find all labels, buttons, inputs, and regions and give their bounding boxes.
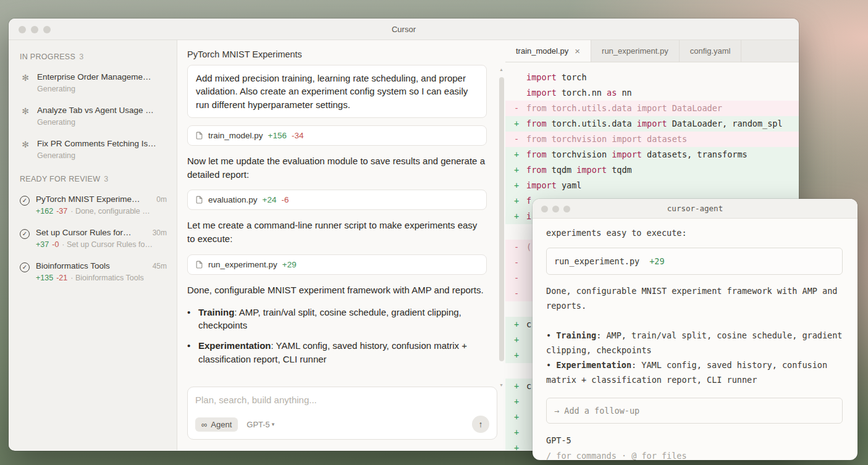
code-segment: DataLoader, random_spl bbox=[667, 119, 783, 128]
code-segment: ( bbox=[526, 242, 531, 252]
diff-marker: - bbox=[510, 255, 523, 270]
sidebar-task-item[interactable]: ✓Bioinformatics Tools45m+135-21Bioinform… bbox=[9, 255, 177, 288]
overlay-done-text: Done, configurable MNIST experiment fram… bbox=[546, 283, 843, 313]
diff-marker: + bbox=[510, 440, 523, 450]
code-text: from tqdm import tqdm bbox=[523, 162, 632, 178]
overlay-title: cursor-agent bbox=[667, 204, 723, 213]
code-line: +from torch.utils.data import DataLoader… bbox=[505, 116, 799, 132]
code-segment: from torch.utils.data import DataLoader bbox=[526, 103, 722, 113]
file-chip[interactable]: train_model.py+156-34 bbox=[187, 125, 487, 146]
bullet-text: : AMP, train/val split, cosine schedule,… bbox=[198, 307, 461, 330]
infinity-icon: ∞ bbox=[201, 420, 207, 429]
code-segment: as bbox=[607, 88, 617, 98]
sidebar-item-title-row: Enterprise Order Manageme… bbox=[37, 72, 167, 82]
code-segment: datasets, transforms bbox=[642, 149, 748, 159]
code-text bbox=[523, 425, 526, 440]
minimize-button[interactable] bbox=[31, 26, 38, 33]
bullet-dot: • bbox=[187, 339, 193, 366]
tab-label: run_experiment.py bbox=[602, 46, 668, 56]
zoom-button[interactable] bbox=[43, 26, 51, 33]
diff-marker: + bbox=[510, 348, 523, 363]
sidebar-sections: IN PROGRESS3✻Enterprise Order Manageme…G… bbox=[9, 44, 177, 288]
scroll-up-icon[interactable]: ▲ bbox=[499, 67, 504, 72]
chat-scrollbar-thumb[interactable] bbox=[499, 77, 504, 361]
sidebar-task-item[interactable]: ✻Analyze Tab vs Agent Usage …Generating bbox=[9, 99, 177, 133]
scroll-down-icon[interactable]: ▼ bbox=[499, 383, 504, 387]
code-segment: c bbox=[526, 319, 531, 329]
model-selector[interactable]: GPT-5 ▾ bbox=[246, 420, 274, 429]
send-button[interactable]: ↑ bbox=[472, 416, 489, 433]
chat-input-box[interactable]: ∞ Agent GPT-5 ▾ ↑ bbox=[187, 387, 497, 440]
editor-tabs: train_model.py×run_experiment.pyconfig.y… bbox=[505, 40, 799, 62]
diff-marker: + bbox=[510, 379, 523, 394]
close-button[interactable] bbox=[541, 206, 548, 212]
sidebar-item-body: Bioinformatics Tools45m+135-21Bioinforma… bbox=[36, 261, 167, 282]
sidebar-item-desc: Done, configurable … bbox=[70, 207, 150, 216]
section-count: 3 bbox=[104, 175, 108, 183]
code-segment: import bbox=[526, 72, 557, 82]
agent-mode-selector[interactable]: ∞ Agent bbox=[195, 417, 238, 432]
code-segment: from torchvision import datasets bbox=[526, 134, 687, 144]
sidebar-item-status: Generating bbox=[37, 151, 167, 160]
overlay-titlebar: cursor-agent bbox=[533, 199, 857, 219]
overlay-content: experiments easy to execute: run_experim… bbox=[533, 219, 857, 460]
code-line: -from torch.utils.data import DataLoader bbox=[505, 101, 799, 116]
code-segment: tqdm bbox=[547, 165, 577, 175]
code-segment: yaml bbox=[557, 180, 582, 190]
sidebar-item-title: PyTorch MNIST Experime… bbox=[36, 195, 151, 204]
assistant-text: Now let me update the evaluation module … bbox=[187, 154, 487, 182]
code-text: ( bbox=[523, 240, 531, 255]
tab-train_model-py[interactable]: train_model.py× bbox=[505, 40, 591, 62]
tab-run_experiment-py[interactable]: run_experiment.py bbox=[591, 40, 680, 62]
close-icon[interactable]: × bbox=[575, 46, 580, 56]
code-segment: import bbox=[612, 149, 642, 159]
overlay-model-label[interactable]: GPT-5 bbox=[546, 433, 843, 448]
sidebar-item-body: PyTorch MNIST Experime…0m+162-37Done, co… bbox=[36, 195, 167, 216]
sidebar-item-time: 30m bbox=[153, 228, 167, 237]
code-text bbox=[523, 394, 526, 409]
model-label: GPT-5 bbox=[246, 420, 270, 429]
sidebar-task-item[interactable]: ✻Enterprise Order Manageme…Generating bbox=[9, 66, 177, 99]
diff-marker bbox=[510, 70, 523, 85]
diff-marker: - bbox=[510, 101, 523, 116]
code-line: +from tqdm import tqdm bbox=[505, 162, 799, 178]
chat-title: PyTorch MNIST Experiments bbox=[177, 40, 505, 65]
code-text: f bbox=[523, 193, 531, 209]
sidebar-item-body: Set up Cursor Rules for…30m+37-0Set up C… bbox=[36, 228, 167, 249]
added-count: +135 bbox=[36, 274, 53, 282]
code-text: from torch.utils.data import DataLoader,… bbox=[523, 116, 783, 132]
bullet-dot: • bbox=[546, 330, 551, 340]
code-segment: nn bbox=[617, 88, 631, 98]
removed-count: -0 bbox=[52, 240, 59, 249]
removed-count: -34 bbox=[292, 131, 304, 140]
sidebar-task-item[interactable]: ✓PyTorch MNIST Experime…0m+162-37Done, c… bbox=[9, 188, 177, 222]
sidebar-task-item[interactable]: ✓Set up Cursor Rules for…30m+37-0Set up … bbox=[9, 222, 177, 255]
code-segment: f bbox=[526, 196, 531, 206]
file-chip[interactable]: run_experiment.py +29 bbox=[546, 248, 843, 275]
file-chip[interactable]: evaluation.py+24-6 bbox=[187, 190, 487, 210]
spinner-icon: ✻ bbox=[20, 139, 31, 151]
minimize-button[interactable] bbox=[552, 206, 559, 212]
sidebar: IN PROGRESS3✻Enterprise Order Manageme…G… bbox=[9, 40, 177, 450]
code-segment: tqdm bbox=[607, 165, 632, 175]
section-count: 3 bbox=[79, 52, 83, 61]
tab-config-yaml[interactable]: config.yaml bbox=[680, 40, 742, 62]
followup-input[interactable]: → Add a follow-up bbox=[546, 398, 843, 424]
sidebar-item-time: 0m bbox=[156, 195, 167, 204]
diff-marker: - bbox=[510, 270, 523, 286]
check-circle-icon: ✓ bbox=[20, 196, 30, 206]
sidebar-item-body: Enterprise Order Manageme…Generating bbox=[37, 72, 167, 93]
sidebar-task-item[interactable]: ✻Fix PR Comments Fetching Is…Generating bbox=[9, 133, 177, 166]
zoom-button[interactable] bbox=[563, 206, 570, 212]
code-segment: torchvision bbox=[547, 149, 612, 159]
code-segment: c bbox=[526, 381, 531, 391]
code-text bbox=[523, 332, 526, 348]
diff-marker: - bbox=[510, 240, 523, 255]
file-chip[interactable]: run_experiment.py+29 bbox=[187, 254, 487, 275]
window-title: Cursor bbox=[392, 25, 416, 34]
added-count: +29 bbox=[282, 260, 297, 269]
chat-input[interactable] bbox=[195, 395, 489, 405]
overlay-bullet: •Experimentation: YAML config, saved his… bbox=[546, 358, 843, 387]
close-button[interactable] bbox=[19, 26, 26, 33]
sidebar-item-status: Generating bbox=[37, 118, 167, 127]
